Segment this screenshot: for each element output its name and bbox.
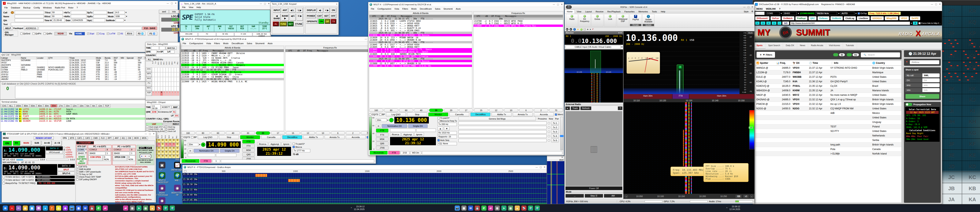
maximize-icon[interactable]: ▢ — [557, 3, 559, 6]
ignore-button[interactable]: Ignore — [414, 133, 424, 137]
stats-sp-input[interactable] — [164, 50, 167, 53]
tx-radio-4[interactable] — [548, 135, 550, 137]
mode-button-JT65[interactable]: JT65 — [376, 146, 388, 150]
taskbar-icon-icons_right-8[interactable]: ▨ — [508, 206, 513, 210]
decode-row[interactable]: 213530 12 0.1 2041 ~ CQ UF1A KO49 EU Rus… — [181, 71, 284, 73]
keypad--[interactable]: ◀ - — [318, 8, 323, 13]
stats-row-SQR[interactable]: SQR — [146, 91, 152, 96]
rtx-baud-arrow[interactable]: ▾ — [86, 152, 86, 155]
keypad--c[interactable]: ◀ C — [290, 14, 296, 21]
dxspot-call[interactable]: UI4F — [146, 123, 162, 125]
taskbar-icon-icons_right-1[interactable]: ▦ — [461, 206, 466, 210]
graph-checkbox[interactable] — [184, 170, 186, 172]
spot-row[interactable]: WB4GDH-@14008.0KH0W21:35 12 AprJAMariana… — [755, 88, 901, 93]
decode-row[interactable]: 213845 -6 0.6 807 ~ <...> UR9QQ KN77 — [369, 46, 472, 48]
save-button[interactable]: F10 - SAVE — [142, 27, 157, 30]
stats-lp-input[interactable] — [170, 50, 175, 53]
qso-col-Specialr[interactable]: Specialr — [126, 57, 137, 59]
menu-item-decodificare[interactable]: Decodificare — [230, 42, 245, 45]
keypad--[interactable]: + ▶ — [324, 8, 330, 13]
decode-row[interactable]: 213815 -21 0.4 691 ~ <...> VE3XN EN93 — [369, 29, 472, 32]
maximize-icon[interactable]: ▢ — [149, 133, 151, 135]
taskbar-icon-icons_left-14[interactable]: ✆ — [96, 206, 101, 210]
sdr-tab-help[interactable]: Help — [659, 10, 667, 13]
menu-checkbox[interactable]: Menù — [555, 113, 563, 116]
taskbar-icon-icons_mid-5[interactable]: 📡 — [156, 206, 162, 210]
alwaysontop-checkbox[interactable]: AlwaysOnTop — [3, 182, 17, 184]
step-x100Hz[interactable]: x100Hz — [63, 151, 75, 153]
spots-col-dx[interactable]: 🦅 DX — [791, 61, 808, 66]
nav-tick[interactable]: 10.050 — [636, 195, 643, 198]
taskbar-icon-icons_left-2[interactable]: ✂ — [16, 206, 21, 210]
tx-radio-3[interactable] — [548, 131, 550, 133]
data-u-mode-a[interactable]: DATA-U — [46, 146, 63, 150]
spot-row[interactable]: OH2NAG-@24895.0VP2VI21:32 12 AprQSX 1.4 … — [755, 97, 901, 102]
stats-country-input[interactable] — [156, 54, 179, 57]
close-icon[interactable]: ✕ — [175, 2, 177, 5]
mode-button-Q65[interactable]: Q65 — [242, 153, 255, 156]
sdr-titlebar[interactable]: ⣿ RSPdx :: SDR Console v3.4 —▢✕ — [565, 5, 754, 10]
cat-check-cat-rts[interactable]: CAT RTS — [76, 166, 113, 168]
menu-item-file[interactable]: File — [3, 6, 9, 9]
keypad-power[interactable]: POWER — [306, 14, 316, 18]
sdr-tab-layout[interactable]: Layout — [583, 10, 594, 13]
nav-left-icon[interactable]: « — [625, 195, 628, 198]
menu-item-file[interactable]: File — [181, 6, 187, 9]
ext2-stop[interactable]: 1 — [130, 152, 135, 155]
data-u-mode-b[interactable]: DATA-U — [58, 164, 75, 168]
decode-row[interactable]: 213830 19 0.8 213 ~ M7DBB UW5SW -10 — [369, 36, 472, 39]
decodifica-button[interactable]: Decodifica — [282, 135, 302, 139]
terminal-spot[interactable]: 12.04/2138Z EU W+ EA3BEM 14220.0 de: VE1… — [1, 120, 165, 122]
sdr-tab-memories[interactable]: Memories — [636, 10, 650, 13]
spot-row[interactable]: KS4KJ-@7245.0K4A21:36 12 AprGA QSO Party… — [755, 79, 901, 84]
minimize-icon[interactable]: — — [536, 166, 538, 169]
undo-icon[interactable]: ↶ — [592, 28, 594, 31]
band-button-30[interactable]: 30 — [241, 131, 255, 135]
terminal-band-15m[interactable]: 15m — [65, 104, 71, 108]
spots-col-spotter[interactable]: 📶 Spotter — [755, 61, 775, 66]
weblink-clublog[interactable]: ClubLog — [844, 16, 856, 20]
dxcluster-titlebar[interactable]: DXClusterClick v2.08 - © 2025 by Franco … — [754, 2, 942, 7]
spots-col-time[interactable]: 🕐 Time — [808, 61, 829, 66]
terminal-band-17m[interactable]: 17m — [57, 104, 64, 108]
play-icon[interactable]: ▶ — [566, 28, 568, 31]
spot-row[interactable]: 4dBMexico — [755, 111, 901, 116]
receive-panel-header[interactable]: Receive▾ ✕ — [565, 31, 623, 35]
screenshot-icon[interactable]: 🖵 — [584, 28, 586, 31]
fastinput-input[interactable] — [38, 27, 142, 30]
bp-checkbox[interactable]: BP — [191, 136, 197, 138]
weblink-dxsummit[interactable]: DXSummit — [755, 16, 770, 20]
terminal-band-60m[interactable]: 60m — [30, 104, 36, 108]
time-input[interactable]: 21:28:43 — [52, 19, 65, 22]
blocca-checkbox[interactable]: Blocca — [293, 146, 310, 148]
nav-right-icon[interactable]: » — [750, 195, 753, 198]
add-icon[interactable]: + — [573, 28, 576, 31]
operate-button[interactable]: OPERATE — [306, 19, 318, 24]
mode-header[interactable]: Mode — [565, 190, 623, 193]
taskbar-icon-icons_mid-4[interactable]: ▲ — [150, 206, 155, 210]
decode-row[interactable]: 213515 -22 0.1 528 ~ CQ 9A4AA JN75 Croat… — [181, 57, 284, 59]
stats-titlebar[interactable]: Stats Qso - Wlog2000 — [146, 42, 180, 46]
freq-up-button[interactable]: ▲ — [438, 127, 443, 130]
minimize-icon[interactable]: — — [145, 133, 147, 135]
terminal-band-CH1[interactable]: CH1 — [1, 104, 8, 108]
step-button[interactable]: Step ☰ — [585, 194, 603, 198]
dxspot-check-check-if-dxc-n-[interactable]: Check if DXC = [N] — [146, 128, 165, 130]
minimize-icon[interactable]: — — [364, 38, 367, 40]
rxrst-input[interactable]: 59 — [51, 15, 63, 18]
decode-row[interactable]: 213700 -2 0.7 1502 ~ OD5ZZ WP3C FK68 — [474, 20, 563, 22]
mode-select[interactable]: SSB — [115, 15, 125, 18]
eqsl-checkbox[interactable]: Eqsl — [87, 32, 94, 35]
taskbar-icon-icons_right-4[interactable]: ✆ — [481, 206, 487, 210]
taskbar-icon-icons_left-10[interactable]: 📷 — [69, 206, 75, 210]
refresh-button[interactable]: Refresh — [581, 106, 592, 110]
keypad--l[interactable]: ◀ L — [289, 8, 296, 13]
taskbar-icon-icons_right-9[interactable]: ▲ — [515, 206, 520, 210]
ext1-bits[interactable]: 8 — [106, 148, 111, 151]
ribbon-extras[interactable]: Extras — [591, 14, 603, 27]
terminal-titlebar[interactable]: Terminal window — [0, 100, 165, 104]
menu-item-windows[interactable]: Windows — [41, 6, 53, 9]
keypad-input[interactable]: INPUT — [273, 8, 281, 13]
taskbar-icon-icons_right-2[interactable]: W — [468, 206, 473, 210]
filters-button[interactable]: ＋ ▼ Filters — [757, 52, 775, 58]
